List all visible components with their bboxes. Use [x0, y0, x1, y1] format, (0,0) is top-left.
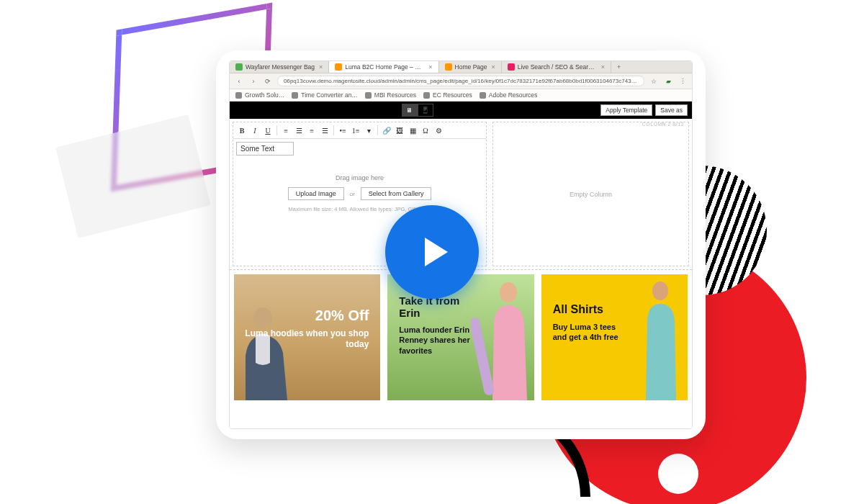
svg-point-3: [652, 282, 668, 300]
table-button[interactable]: ▦: [407, 125, 418, 136]
bookmark-item[interactable]: Adobe Resources: [480, 91, 538, 99]
person-image: [471, 276, 534, 400]
extension-icon[interactable]: ▰: [663, 76, 673, 86]
back-icon[interactable]: ‹: [234, 76, 244, 86]
bookmark-label: MBI Resources: [374, 91, 416, 99]
device-toggle: 🖥 📱: [402, 104, 433, 117]
special-char-button[interactable]: Ω: [420, 125, 431, 136]
tab-label: Live Search / SEO & Search /: [518, 63, 597, 71]
bookmark-item[interactable]: MBI Resources: [365, 91, 416, 99]
bookmark-label: Adobe Resources: [489, 91, 538, 99]
rich-text-toolbar: B I U ≡ ☰ ≡ ☰ •≡ 1≡ ▾ 🔗 🖼: [233, 122, 486, 139]
card-heading: 20% Off: [241, 307, 369, 324]
card-text: Buy Luma 3 tees and get a 4th free: [553, 322, 625, 343]
reload-icon[interactable]: ⟳: [263, 76, 273, 86]
close-icon[interactable]: ×: [427, 63, 432, 71]
card-text: Luma hoodies when you shop today: [241, 328, 369, 350]
tab-label: Wayfarer Messenger Bag: [246, 63, 315, 71]
browser-tab[interactable]: Wayfarer Messenger Bag ×: [230, 61, 329, 73]
url-field[interactable]: 06pq13covw.demo.magentosite.cloud/admin/…: [277, 76, 644, 86]
decoration-white-dot: [658, 454, 698, 494]
select-from-gallery-button[interactable]: Select from Gallery: [361, 187, 432, 200]
card-text: Luma founder Erin Renney shares her favo…: [399, 325, 471, 356]
number-list-button[interactable]: 1≡: [350, 125, 361, 136]
browser-tab[interactable]: Live Search / SEO & Search / ×: [502, 61, 611, 73]
editor-top-bar: 🖥 📱 Apply Template Save as: [230, 102, 692, 119]
favicon-icon: [445, 63, 452, 71]
underline-button[interactable]: U: [262, 125, 274, 136]
bookmark-label: Growth Solu…: [245, 91, 284, 99]
save-as-button[interactable]: Save as: [655, 104, 688, 116]
bookmark-item[interactable]: Growth Solu…: [235, 91, 284, 99]
close-icon[interactable]: ×: [600, 63, 605, 71]
empty-column-label: Empty Column: [493, 122, 688, 266]
text-input[interactable]: Some Text: [236, 142, 294, 156]
upload-image-button[interactable]: Upload Image: [288, 187, 344, 200]
bold-button[interactable]: B: [236, 125, 248, 136]
bookmark-label: Time Converter an…: [301, 91, 358, 99]
person-image: [629, 276, 688, 400]
folder-icon: [365, 92, 372, 99]
align-right-button[interactable]: ≡: [306, 125, 318, 136]
favicon-icon: [335, 63, 342, 71]
favicon-icon: [235, 63, 243, 71]
link-button[interactable]: 🔗: [381, 125, 392, 136]
mobile-icon: 📱: [421, 107, 429, 114]
bookmarks-bar: Growth Solu… Time Converter an… MBI Reso…: [230, 89, 692, 102]
card-heading: All Shirts: [553, 303, 625, 316]
folder-icon: [423, 92, 430, 99]
dropzone-hint: Drag image here: [239, 174, 480, 181]
more-button[interactable]: ⚙: [433, 125, 444, 136]
tab-label: Luma B2C Home Page – UI /: [345, 63, 424, 71]
play-icon: [418, 235, 452, 269]
play-button[interactable]: [385, 205, 479, 299]
star-icon[interactable]: ☆: [649, 76, 659, 86]
close-icon[interactable]: ×: [490, 63, 495, 71]
apply-template-button[interactable]: Apply Template: [600, 104, 652, 116]
desktop-icon: 🖥: [406, 107, 413, 114]
promo-card[interactable]: COLUMN 1 4/12 20% Off Luma hoodies when …: [234, 274, 380, 400]
menu-icon[interactable]: ⋮: [678, 76, 688, 86]
mobile-view-button[interactable]: 📱: [418, 104, 433, 117]
align-center-button[interactable]: ☰: [293, 125, 305, 136]
column-right[interactable]: COLUMN 2 8/12 Empty Column: [492, 122, 689, 266]
align-left-button[interactable]: ≡: [280, 125, 292, 136]
svg-point-1: [500, 282, 517, 302]
bookmark-item[interactable]: EC Resources: [423, 91, 472, 99]
desktop-view-button[interactable]: 🖥: [402, 104, 418, 117]
italic-button[interactable]: I: [249, 125, 261, 136]
folder-icon: [235, 92, 242, 99]
decoration-tape: [55, 114, 211, 238]
or-label: or: [350, 191, 355, 197]
folder-icon: [292, 92, 298, 99]
promo-card[interactable]: COLUMN 3 4/12 All Shirts Buy Luma 3 tees…: [541, 274, 688, 400]
new-tab-button[interactable]: +: [611, 61, 626, 73]
column-header-label: COLUMN 2 8/12: [642, 122, 684, 127]
align-justify-button[interactable]: ☰: [319, 125, 330, 136]
close-icon[interactable]: ×: [318, 63, 323, 71]
browser-tab-bar: Wayfarer Messenger Bag × Luma B2C Home P…: [230, 61, 692, 73]
bullet-list-button[interactable]: •≡: [337, 125, 348, 136]
dropdown-icon[interactable]: ▾: [363, 125, 374, 136]
favicon-icon: [508, 63, 515, 71]
bookmark-label: EC Resources: [433, 91, 472, 99]
folder-icon: [480, 92, 486, 99]
image-button[interactable]: 🖼: [394, 125, 405, 136]
bookmark-item[interactable]: Time Converter an…: [292, 91, 358, 99]
row: COLUMN 1 4/12 20% Off Luma hoodies when …: [230, 270, 692, 400]
address-bar: ‹ › ⟳ 06pq13covw.demo.magentosite.cloud/…: [230, 73, 692, 89]
tab-label: Home Page: [455, 63, 487, 71]
browser-tab[interactable]: Home Page ×: [439, 61, 502, 73]
browser-tab-active[interactable]: Luma B2C Home Page – UI / ×: [329, 61, 438, 73]
forward-icon[interactable]: ›: [248, 76, 258, 86]
